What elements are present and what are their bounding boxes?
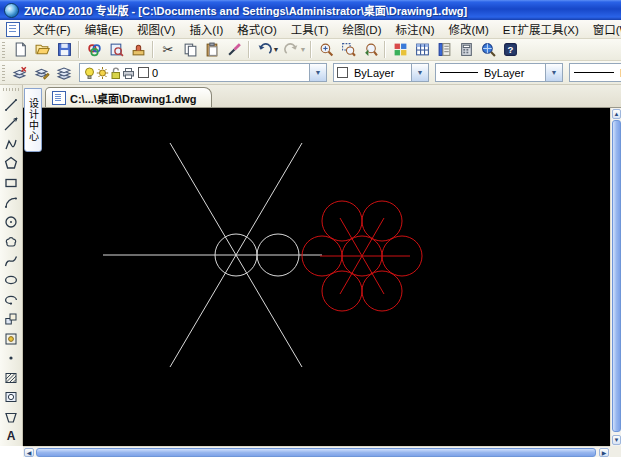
menu-tools[interactable]: 工具(T): [284, 19, 336, 39]
zoom-previous-button[interactable]: [359, 39, 381, 61]
menu-view[interactable]: 视图(V): [130, 19, 182, 39]
document-system-icon[interactable]: [6, 22, 20, 37]
menu-express-tools[interactable]: ET扩展工具(X): [496, 19, 586, 39]
toolbar-separator: [248, 41, 250, 58]
vertical-scroll-thumb[interactable]: [612, 120, 621, 432]
menu-format[interactable]: 格式(O): [230, 19, 284, 39]
toolbar-separator: [310, 41, 312, 58]
redo-dropdown-caret[interactable]: ▼: [299, 46, 307, 53]
scroll-down-button[interactable]: ▼: [612, 435, 621, 445]
lock-open-icon: [109, 66, 122, 80]
undo-dropdown-caret[interactable]: ▼: [272, 46, 280, 53]
calculator-icon: [459, 42, 474, 57]
toolbar-grip[interactable]: [2, 65, 5, 81]
color-combo-dropdown[interactable]: ▼: [411, 64, 428, 81]
design-center-tab[interactable]: 设计中心: [24, 88, 42, 152]
title-bar: ZWCAD 2010 专业版 - [C:\Documents and Setti…: [0, 0, 621, 20]
ellipse-arc-tool-button[interactable]: [0, 290, 22, 310]
color-combo[interactable]: ByLayer ▼: [333, 63, 429, 82]
polyline-tool-button[interactable]: [0, 134, 22, 154]
zoom-realtime-button[interactable]: [315, 39, 337, 61]
hatch-tool-button[interactable]: [0, 368, 22, 388]
plot-button[interactable]: [83, 39, 105, 61]
linetype-combo-value: ByLayer: [478, 67, 545, 79]
toolbar-separator: [384, 41, 386, 58]
point-icon: [4, 351, 18, 365]
menu-modify[interactable]: 修改(M): [441, 19, 495, 39]
toolbar-grip[interactable]: [2, 42, 5, 58]
clipboard-icon: [205, 42, 220, 57]
menu-insert[interactable]: 插入(I): [182, 19, 230, 39]
document-tab-label: C:\...\桌面\Drawing1.dwg: [70, 90, 197, 106]
construction-line-tool-button[interactable]: [0, 114, 22, 134]
line-icon: [4, 98, 18, 112]
region-tool-button[interactable]: [0, 388, 22, 408]
publish-stamp-icon: [131, 42, 146, 57]
copy-pages-icon: [183, 42, 198, 57]
ellipse-arc-icon: [4, 293, 18, 307]
mtext-tool-button[interactable]: A: [0, 427, 22, 447]
revision-cloud-tool-button[interactable]: [0, 231, 22, 251]
layer-combo[interactable]: 0 ▼: [79, 63, 327, 82]
quickcalc-button[interactable]: [455, 39, 477, 61]
insert-block-tool-button[interactable]: [0, 309, 22, 329]
scroll-left-button[interactable]: ◀: [24, 448, 34, 457]
properties-button[interactable]: [433, 39, 455, 61]
spline-tool-button[interactable]: [0, 251, 22, 271]
polygon-tool-button[interactable]: [0, 153, 22, 173]
circle-tool-button[interactable]: [0, 212, 22, 232]
copy-button[interactable]: [179, 39, 201, 61]
drawing-canvas[interactable]: [23, 108, 610, 446]
rectangle-tool-button[interactable]: [0, 173, 22, 193]
horizontal-scrollbar[interactable]: ◀ ▶: [23, 446, 610, 457]
menu-edit[interactable]: 编辑(E): [78, 19, 130, 39]
layer-states-button[interactable]: [31, 62, 53, 84]
construction-line-icon: [4, 117, 18, 131]
cut-button[interactable]: ✂: [157, 39, 179, 61]
design-center-button[interactable]: [389, 39, 411, 61]
print-preview-button[interactable]: [105, 39, 127, 61]
arc-tool-button[interactable]: [0, 192, 22, 212]
svg-text:?: ?: [507, 44, 513, 55]
menu-file[interactable]: 文件(F): [26, 19, 78, 39]
zoom-window-button[interactable]: [337, 39, 359, 61]
zwcad-logo-icon[interactable]: [4, 3, 19, 18]
point-tool-button[interactable]: [0, 348, 22, 368]
line-tool-button[interactable]: [0, 95, 22, 115]
find-button[interactable]: [477, 39, 499, 61]
scroll-up-button[interactable]: ▲: [612, 109, 621, 119]
current-color-swatch: [337, 67, 348, 78]
menu-draw[interactable]: 绘图(D): [336, 19, 389, 39]
help-button[interactable]: ?: [499, 39, 521, 61]
vertical-scrollbar[interactable]: ▲ ▼: [610, 108, 621, 446]
preview-page-icon: [109, 42, 124, 57]
layers-button[interactable]: [53, 62, 75, 84]
make-block-icon: [4, 332, 18, 346]
help-icon: ?: [503, 42, 518, 57]
horizontal-scroll-thumb[interactable]: [36, 448, 596, 457]
linetype-combo-dropdown[interactable]: ▼: [545, 64, 562, 81]
paste-button[interactable]: [201, 39, 223, 61]
toolbar-grip[interactable]: [3, 88, 19, 91]
save-button[interactable]: [53, 39, 75, 61]
match-properties-button[interactable]: [223, 39, 245, 61]
make-block-tool-button[interactable]: [0, 329, 22, 349]
table-button[interactable]: [411, 39, 433, 61]
open-button[interactable]: [31, 39, 53, 61]
linetype-sample: [440, 72, 478, 73]
bulb-on-icon: [83, 66, 96, 80]
linetype-combo[interactable]: ByLayer ▼: [435, 63, 563, 82]
new-button[interactable]: [9, 39, 31, 61]
layer-properties-button[interactable]: [9, 62, 31, 84]
menu-window[interactable]: 窗口(W): [586, 19, 621, 39]
lineweight-combo[interactable]: ByLayer: [569, 63, 621, 82]
publish-button[interactable]: [127, 39, 149, 61]
menu-dimension[interactable]: 标注(N): [389, 19, 442, 39]
scroll-right-button[interactable]: ▶: [599, 448, 609, 457]
layer-combo-dropdown[interactable]: ▼: [309, 64, 326, 81]
cad-geometry: [23, 108, 610, 446]
ellipse-tool-button[interactable]: [0, 270, 22, 290]
document-tab[interactable]: C:\...\桌面\Drawing1.dwg: [45, 87, 212, 107]
wipeout-tool-button[interactable]: [0, 407, 22, 427]
printer-icon: [122, 66, 135, 80]
